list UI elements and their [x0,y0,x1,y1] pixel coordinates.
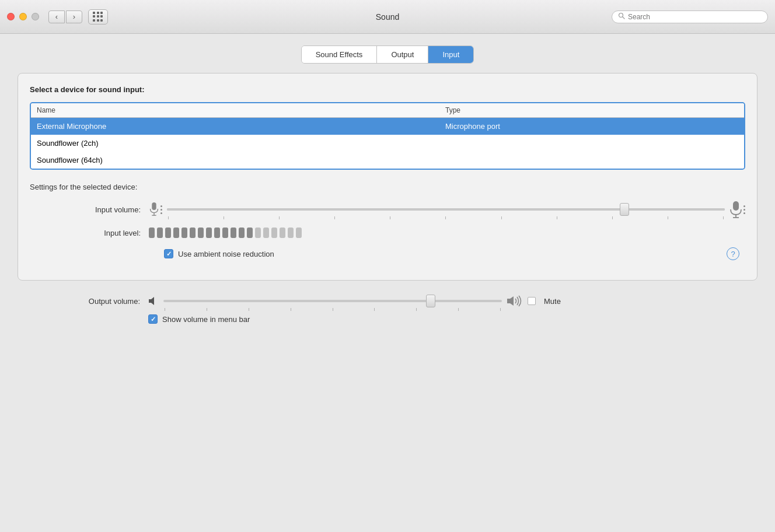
nav-buttons: ‹ › [48,10,82,23]
search-input[interactable] [628,13,762,21]
grid-button[interactable] [88,9,108,24]
table-row[interactable]: Soundflower (64ch) [31,152,744,169]
noise-reduction-row: ✓ Use ambient noise reduction ? [30,247,745,260]
grid-dot [97,19,99,22]
input-level-row: Input level: [30,228,745,238]
show-volume-checkbox[interactable]: ✓ [148,314,158,324]
tabs-container: Sound Effects Output Input [18,46,757,64]
level-bar [198,228,204,238]
svg-marker-8 [149,297,154,305]
mute-checkbox[interactable] [528,297,536,305]
noise-reduction-checkbox[interactable]: ✓ [164,249,173,258]
show-volume-row: ✓ Show volume in menu bar [29,314,746,324]
mic-dots [160,205,162,214]
level-bar [239,228,245,238]
panel-title: Select a device for sound input: [30,85,745,94]
mute-label: Mute [544,297,561,306]
level-bar-dim [280,228,285,238]
settings-panel: Select a device for sound input: Name Ty… [18,73,757,281]
microphone-small-icon [149,202,159,217]
output-volume-label: Output volume: [29,297,140,306]
settings-section: Settings for the selected device: Input … [30,183,745,260]
svg-rect-2 [152,202,156,210]
input-level-bars [149,228,302,238]
level-bar [190,228,196,238]
level-bar [157,228,163,238]
level-bar [181,228,187,238]
help-button[interactable]: ? [727,247,739,260]
close-button[interactable] [7,13,15,20]
grid-dot [97,12,99,14]
output-volume-slider[interactable] [163,300,502,302]
speaker-large-icon [507,295,523,307]
bottom-controls: Output volume: [18,295,757,324]
tab-input[interactable]: Input [428,46,473,63]
grid-dot [97,15,99,18]
traffic-lights [7,13,39,20]
mic-large [729,201,745,218]
tab-sound-effects[interactable]: Sound Effects [302,46,378,63]
level-bar [206,228,212,238]
level-bar [173,228,179,238]
table-row[interactable]: Soundflower (2ch) [31,135,744,152]
level-bar [165,228,171,238]
back-button[interactable]: ‹ [48,10,65,23]
search-box [612,10,768,23]
forward-button[interactable]: › [66,10,82,23]
maximize-button[interactable] [32,13,39,20]
grid-dot [100,15,103,18]
level-bar-dim [296,228,302,238]
level-bar-dim [263,228,269,238]
output-volume-control: Mute [148,295,746,307]
level-bar [247,228,253,238]
device-type [445,139,738,148]
main-content: Sound Effects Output Input Select a devi… [0,34,775,335]
output-volume-row: Output volume: [29,295,746,307]
grid-dot [93,15,95,18]
input-volume-slider[interactable] [167,208,725,211]
noise-reduction-label: Use ambient noise reduction [178,250,274,258]
titlebar: ‹ › Sound [0,0,775,34]
table-header: Name Type [31,103,744,118]
tab-group: Sound Effects Output Input [301,46,474,64]
mic-small [149,202,162,217]
level-bar [231,228,236,238]
device-type [445,156,738,164]
svg-rect-5 [733,201,739,211]
grid-dot [100,19,103,22]
grid-dot [100,12,103,14]
grid-icon [93,12,103,22]
tab-output[interactable]: Output [377,46,428,63]
grid-dot [93,19,95,22]
search-icon [618,12,625,21]
speaker-small-icon [148,296,159,306]
window-title: Sound [376,12,399,22]
input-level-label: Input level: [65,229,141,237]
svg-marker-9 [507,296,514,306]
level-bar [214,228,220,238]
level-bar [222,228,228,238]
show-volume-label: Show volume in menu bar [162,315,250,324]
device-name: External Microphone [37,122,445,131]
device-name: Soundflower (64ch) [37,156,445,164]
input-volume-label: Input volume: [65,205,141,214]
microphone-large-icon [729,201,742,218]
col-name-header: Name [37,106,445,114]
input-volume-row: Input volume: [30,201,745,218]
input-volume-control [149,201,745,218]
level-bar [149,228,155,238]
device-name: Soundflower (2ch) [37,139,445,148]
level-bar-dim [255,228,261,238]
minimize-button[interactable] [19,13,27,20]
svg-line-1 [623,17,624,19]
level-bar-dim [271,228,277,238]
device-type: Microphone port [445,122,738,131]
grid-dot [93,12,95,14]
level-bar-dim [288,228,294,238]
settings-label: Settings for the selected device: [30,183,745,191]
table-row[interactable]: External Microphone Microphone port [31,118,744,135]
mic-dots-large [743,205,745,214]
col-type-header: Type [445,106,738,114]
device-table: Name Type External Microphone Microphone… [30,102,745,170]
